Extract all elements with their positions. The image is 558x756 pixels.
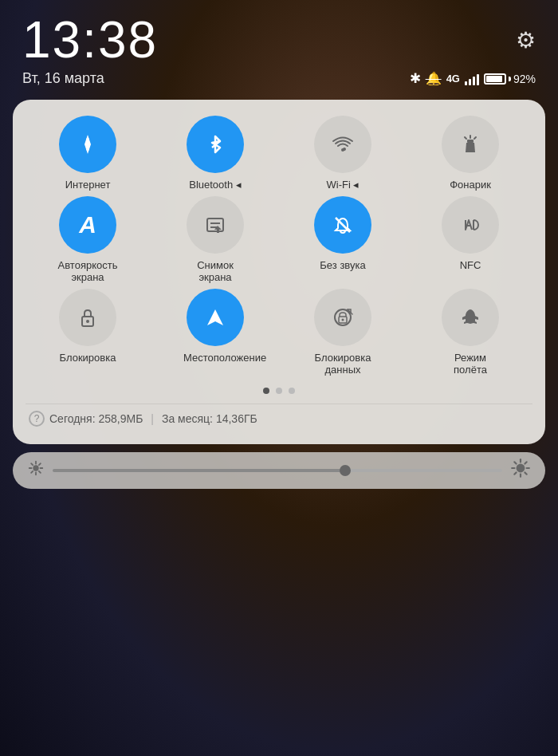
- location-label: Местоположение: [183, 352, 247, 364]
- mute-icon: 🔔: [426, 71, 442, 86]
- dot-2: [276, 388, 282, 394]
- svg-point-26: [517, 464, 525, 473]
- nfc-label: NFC: [460, 259, 481, 272]
- wifi-label: Wi-Fi ◂: [327, 179, 360, 191]
- svg-rect-0: [86, 138, 89, 151]
- svg-point-13: [86, 320, 89, 323]
- brightness-bar[interactable]: [13, 452, 545, 489]
- location-icon-circle: [187, 289, 244, 346]
- screenshot-icon-circle: [187, 196, 244, 254]
- network-type-icon: 4G: [446, 73, 460, 85]
- battery-percent: 92%: [513, 73, 536, 85]
- signal-bars: [465, 73, 479, 85]
- data-today: Сегодня: 258,9МБ: [49, 412, 143, 425]
- wifi-icon-circle: [314, 116, 371, 173]
- tiles-grid: Интернет Bluetooth ◂ Wi-F: [26, 116, 532, 376]
- tile-lock-data[interactable]: Блокировка данных: [281, 289, 405, 376]
- internet-label: Интернет: [65, 179, 111, 191]
- page-dots: [26, 388, 532, 394]
- data-usage-bar: ? Сегодня: 258,9МБ | За месяц: 14,36ГБ: [26, 404, 532, 431]
- lock-icon-circle: [59, 289, 116, 346]
- bluetooth-status-icon: ✱: [410, 70, 421, 87]
- date-label: Вт, 16 марта: [22, 70, 104, 87]
- tile-location[interactable]: Местоположение: [153, 289, 277, 376]
- lock-label: Блокировка: [60, 352, 116, 364]
- status-icons: ✱ 🔔 4G 92%: [410, 70, 536, 87]
- tile-screenshot[interactable]: Снимок экрана: [153, 196, 277, 284]
- svg-line-25: [39, 464, 41, 466]
- silent-icon-circle: [314, 196, 371, 254]
- screenshot-label: Снимок экрана: [183, 259, 247, 284]
- tile-brightness-auto[interactable]: A Автояркость экрана: [26, 196, 150, 284]
- svg-line-23: [39, 471, 41, 473]
- flashlight-label: Фонарик: [450, 179, 491, 191]
- flashlight-icon-circle: [442, 116, 499, 173]
- svg-line-24: [31, 471, 33, 473]
- status-bar: 13:38 ⚙ Вт, 16 марта ✱ 🔔 4G 92%: [0, 0, 558, 93]
- tile-bluetooth[interactable]: Bluetooth ◂: [153, 116, 277, 191]
- lock-data-label: Блокировка данных: [311, 352, 375, 376]
- lock-data-icon-circle: [314, 289, 371, 346]
- svg-line-22: [31, 464, 33, 466]
- tile-internet[interactable]: Интернет: [26, 116, 150, 191]
- internet-icon-circle: [59, 116, 116, 173]
- svg-point-2: [341, 148, 344, 152]
- airplane-icon-circle: [442, 289, 499, 346]
- dot-1: [263, 388, 269, 394]
- brightness-high-icon: [510, 458, 531, 483]
- data-divider: |: [151, 412, 154, 425]
- svg-rect-3: [467, 140, 474, 143]
- tile-nfc[interactable]: NFC: [408, 196, 532, 284]
- clock: 13:38: [22, 14, 158, 65]
- tile-flashlight[interactable]: Фонарик: [408, 116, 532, 191]
- tile-lock[interactable]: Блокировка: [26, 289, 150, 376]
- brightness-auto-icon-circle: A: [59, 196, 116, 254]
- svg-point-16: [342, 318, 344, 321]
- svg-line-32: [525, 472, 526, 474]
- silent-label: Без звука: [320, 259, 365, 272]
- settings-icon[interactable]: ⚙: [516, 27, 536, 53]
- control-panel: Интернет Bluetooth ◂ Wi-F: [13, 100, 545, 444]
- svg-line-33: [514, 472, 516, 474]
- brightness-track[interactable]: [53, 469, 502, 472]
- dot-3: [289, 388, 295, 394]
- tile-wifi[interactable]: Wi-Fi ◂: [281, 116, 405, 191]
- battery-indicator: 92%: [484, 73, 536, 85]
- brightness-fill: [53, 469, 345, 472]
- data-help-icon[interactable]: ?: [29, 411, 45, 427]
- tile-airplane[interactable]: Режим полёта: [408, 289, 532, 376]
- data-month: За месяц: 14,36ГБ: [162, 412, 257, 425]
- brightness-low-icon: [27, 459, 45, 481]
- svg-line-5: [465, 137, 466, 139]
- nfc-icon-circle: [442, 196, 499, 254]
- bluetooth-label: Bluetooth ◂: [189, 179, 242, 191]
- tile-silent[interactable]: Без звука: [281, 196, 405, 284]
- svg-line-34: [525, 462, 526, 463]
- airplane-label: Режим полёта: [438, 352, 502, 376]
- brightness-auto-label: Автояркость экрана: [56, 259, 120, 284]
- svg-line-31: [514, 462, 516, 463]
- bluetooth-icon-circle: [187, 116, 244, 173]
- svg-line-6: [474, 137, 476, 139]
- brightness-thumb: [340, 465, 351, 476]
- svg-point-17: [33, 466, 38, 471]
